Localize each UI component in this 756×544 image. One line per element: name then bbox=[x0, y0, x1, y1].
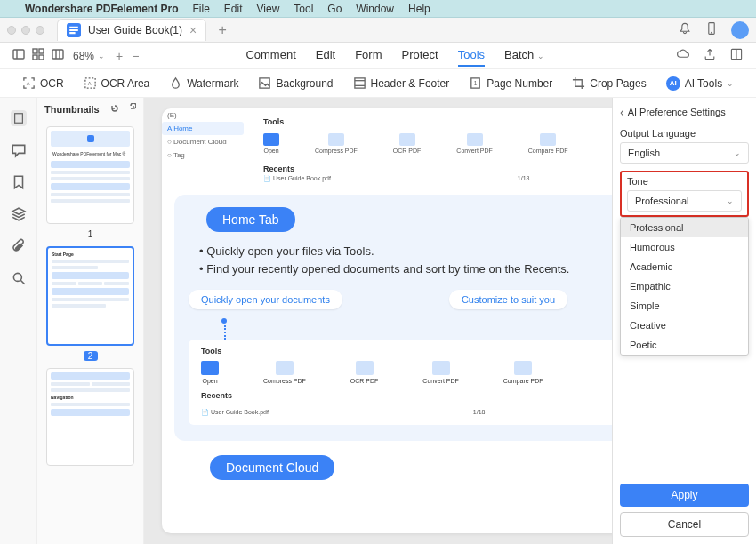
svg-rect-4 bbox=[33, 49, 37, 53]
svg-point-1 bbox=[712, 32, 712, 33]
tone-dropdown: Professional Humorous Academic Empathic … bbox=[620, 217, 749, 356]
zoom-value[interactable]: 68% bbox=[73, 50, 94, 62]
columns-view-icon[interactable] bbox=[52, 48, 64, 63]
app-name[interactable]: Wondershare PDFelement Pro bbox=[25, 3, 179, 15]
menu-window[interactable]: Window bbox=[356, 3, 394, 15]
panel-title: AI Preference Settings bbox=[628, 107, 726, 117]
tone-option-professional[interactable]: Professional bbox=[621, 218, 748, 237]
rotate-left-icon[interactable] bbox=[109, 103, 120, 116]
comments-rail-icon[interactable] bbox=[11, 142, 27, 158]
home-tab-pill: Home Tab bbox=[206, 207, 295, 232]
menu-go[interactable]: Go bbox=[327, 3, 342, 15]
back-icon[interactable]: ‹ bbox=[620, 105, 624, 119]
tab-title: User Guide Book(1) bbox=[88, 24, 182, 36]
crop-pages-button[interactable]: Crop Pages bbox=[572, 76, 646, 90]
chevron-down-icon[interactable]: ⌄ bbox=[98, 52, 105, 60]
thumb-number-2: 2 bbox=[84, 351, 98, 361]
reader-view-icon[interactable] bbox=[729, 47, 744, 64]
tone-select[interactable]: Professional⌄ bbox=[627, 190, 742, 212]
svg-text:A: A bbox=[27, 81, 30, 86]
ai-tools-button[interactable]: AIAI Tools⌄ bbox=[666, 76, 734, 91]
layers-rail-icon[interactable] bbox=[11, 206, 27, 222]
zoom-in-button[interactable]: + bbox=[116, 49, 123, 63]
watermark-button[interactable]: Watermark bbox=[169, 76, 238, 90]
menu-file[interactable]: File bbox=[193, 3, 210, 15]
menu-edit[interactable]: Edit bbox=[224, 3, 243, 15]
menu-view[interactable]: View bbox=[257, 3, 280, 15]
macos-menubar: Wondershare PDFelement Pro File Edit Vie… bbox=[0, 0, 756, 18]
pill-customize: Customize to suit you bbox=[449, 290, 567, 309]
menu-tool[interactable]: Tool bbox=[294, 3, 313, 15]
apply-button[interactable]: Apply bbox=[620, 484, 749, 507]
thumbnails-panel: Thumbnails Wondershare PDFelement for Ma… bbox=[37, 98, 144, 544]
cloud-icon[interactable] bbox=[676, 47, 690, 64]
sidebar-toggle-icon[interactable] bbox=[12, 48, 25, 63]
search-rail-icon[interactable] bbox=[11, 270, 27, 286]
svg-point-23 bbox=[13, 273, 21, 281]
main-toolbar: 68% ⌄ + − Comment Edit Form Protect Tool… bbox=[0, 43, 756, 69]
tab-comment[interactable]: Comment bbox=[245, 44, 295, 67]
page-number-button[interactable]: 1Page Number bbox=[469, 76, 552, 90]
thumbnails-rail-icon[interactable] bbox=[11, 110, 27, 126]
thumb-number-1: 1 bbox=[46, 229, 134, 239]
left-rail bbox=[0, 98, 37, 544]
thumbnails-title: Thumbnails bbox=[44, 104, 100, 115]
tone-option-creative[interactable]: Creative bbox=[621, 316, 748, 335]
tools-ribbon: AOCR AOCR Area Watermark Background Head… bbox=[0, 69, 756, 98]
document-cloud-pill: Document Cloud bbox=[210, 455, 334, 480]
chevron-down-icon: ⌄ bbox=[727, 196, 734, 205]
user-avatar[interactable] bbox=[731, 21, 749, 39]
thumbnail-page-2[interactable]: Start Page bbox=[46, 246, 134, 346]
new-tab-button[interactable]: + bbox=[213, 22, 231, 38]
tab-tools[interactable]: Tools bbox=[458, 44, 485, 67]
rotate-right-icon[interactable] bbox=[125, 103, 136, 116]
grid-view-icon[interactable] bbox=[32, 48, 44, 63]
traffic-lights[interactable] bbox=[7, 26, 44, 35]
svg-text:1: 1 bbox=[474, 80, 478, 86]
ai-icon: AI bbox=[666, 76, 680, 91]
window-tabbar: User Guide Book(1) × + bbox=[0, 18, 756, 43]
svg-rect-6 bbox=[33, 55, 37, 60]
app-logo-icon bbox=[67, 23, 81, 37]
tab-edit[interactable]: Edit bbox=[316, 44, 335, 67]
svg-rect-7 bbox=[39, 55, 44, 60]
share-icon[interactable] bbox=[703, 47, 717, 64]
output-language-select[interactable]: English⌄ bbox=[620, 142, 749, 164]
tone-option-empathic[interactable]: Empathic bbox=[621, 276, 748, 296]
attachments-rail-icon[interactable] bbox=[11, 238, 27, 254]
mobile-icon[interactable] bbox=[704, 21, 719, 38]
tone-option-simple[interactable]: Simple bbox=[621, 296, 748, 316]
mini-sidebar: (E) A Home ○ Document Cloud ○ Tag bbox=[162, 108, 244, 162]
pill-quick-open: Quickly open your documents bbox=[189, 290, 342, 309]
svg-rect-2 bbox=[13, 50, 24, 59]
zoom-out-button[interactable]: − bbox=[132, 49, 139, 63]
tab-batch[interactable]: Batch ⌄ bbox=[504, 44, 544, 67]
ai-preference-panel: ‹ AI Preference Settings Output Language… bbox=[612, 98, 756, 544]
tone-label: Tone bbox=[627, 176, 742, 187]
notification-icon[interactable] bbox=[678, 21, 692, 38]
cancel-button[interactable]: Cancel bbox=[620, 512, 749, 537]
svg-rect-17 bbox=[354, 78, 364, 88]
thumbnail-page-1[interactable]: Wondershare PDFelement for Mac ® bbox=[46, 126, 134, 224]
chevron-down-icon: ⌄ bbox=[734, 148, 741, 157]
svg-rect-8 bbox=[52, 50, 63, 59]
document-tab[interactable]: User Guide Book(1) × bbox=[57, 19, 206, 41]
bookmarks-rail-icon[interactable] bbox=[11, 174, 27, 190]
menu-help[interactable]: Help bbox=[408, 3, 430, 15]
tab-form[interactable]: Form bbox=[355, 44, 382, 67]
header-footer-button[interactable]: Header & Footer bbox=[353, 76, 450, 90]
background-button[interactable]: Background bbox=[258, 76, 333, 90]
tab-close-icon[interactable]: × bbox=[189, 23, 197, 37]
thumbnail-page-3[interactable]: Navigation bbox=[46, 368, 134, 466]
svg-rect-22 bbox=[14, 114, 22, 124]
svg-line-24 bbox=[20, 280, 25, 284]
svg-text:A: A bbox=[87, 81, 91, 86]
tone-option-academic[interactable]: Academic bbox=[621, 257, 748, 276]
svg-rect-5 bbox=[39, 49, 44, 53]
tab-protect[interactable]: Protect bbox=[402, 44, 438, 67]
tone-option-humorous[interactable]: Humorous bbox=[621, 237, 748, 257]
output-language-label: Output Language bbox=[620, 128, 749, 139]
ocr-area-button[interactable]: AOCR Area bbox=[84, 76, 150, 90]
tone-option-poetic[interactable]: Poetic bbox=[621, 335, 748, 355]
ocr-button[interactable]: AOCR bbox=[22, 76, 64, 90]
